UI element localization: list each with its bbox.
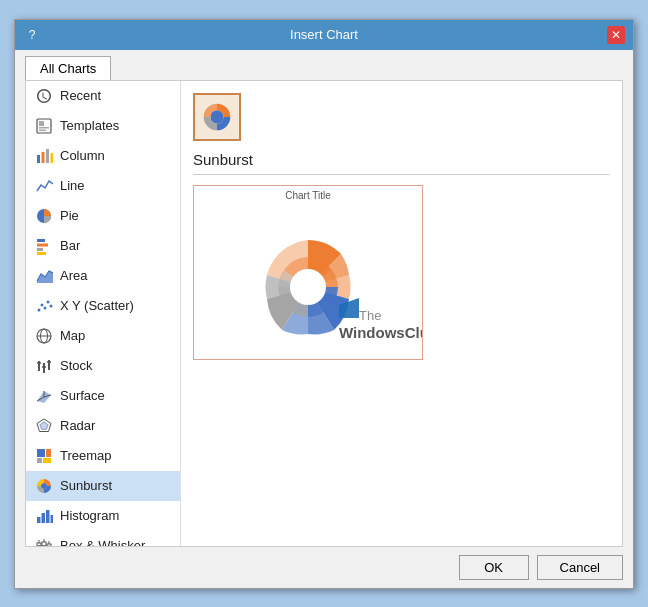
svg-point-17: [47, 300, 50, 303]
list-item-pie[interactable]: Pie: [26, 201, 180, 231]
histogram-label: Histogram: [60, 508, 119, 523]
cancel-button[interactable]: Cancel: [537, 555, 623, 580]
svg-rect-1: [39, 121, 44, 126]
svg-point-36: [41, 483, 47, 489]
svg-rect-10: [37, 243, 48, 246]
svg-rect-3: [39, 129, 46, 131]
treemap-label: Treemap: [60, 448, 112, 463]
pie-icon: [34, 206, 54, 226]
list-item-area[interactable]: Area: [26, 261, 180, 291]
svg-rect-39: [37, 517, 41, 523]
recent-label: Recent: [60, 88, 101, 103]
svg-rect-41: [46, 510, 50, 523]
treemap-icon: [34, 446, 54, 466]
list-item-sunburst[interactable]: Sunburst: [26, 471, 180, 501]
svg-rect-50: [47, 544, 51, 546]
surface-label: Surface: [60, 388, 105, 403]
chart-type-list: Recent Templates: [26, 81, 181, 546]
help-button[interactable]: ?: [23, 26, 41, 44]
svg-rect-5: [42, 152, 45, 163]
scatter-icon: [34, 296, 54, 316]
titlebar-left: ?: [23, 26, 41, 44]
sunburst-icon: [34, 476, 54, 496]
svg-point-66: [290, 269, 326, 305]
dialog-title: Insert Chart: [41, 27, 607, 42]
stock-label: Stock: [60, 358, 93, 373]
chart-thumb-row: [193, 93, 610, 141]
radar-icon: [34, 416, 54, 436]
area-label: Area: [60, 268, 87, 283]
svg-point-15: [41, 303, 44, 306]
svg-text:The: The: [359, 308, 381, 323]
sunburst-preview-svg: The WindowsClub: [194, 201, 422, 360]
bar-icon: [34, 236, 54, 256]
list-item-treemap[interactable]: Treemap: [26, 441, 180, 471]
svg-point-65: [210, 110, 223, 123]
svg-rect-42: [51, 515, 54, 523]
right-panel: Sunburst Chart Title: [181, 81, 622, 546]
chart-preview-title: Chart Title: [194, 190, 422, 201]
list-item-map[interactable]: Map: [26, 321, 180, 351]
svg-rect-4: [37, 155, 40, 163]
line-icon: [34, 176, 54, 196]
svg-rect-6: [46, 149, 49, 163]
column-icon: [34, 146, 54, 166]
ok-button[interactable]: OK: [459, 555, 529, 580]
radar-label: Radar: [60, 418, 95, 433]
insert-chart-dialog: ? Insert Chart ✕ All Charts Recent: [14, 19, 634, 589]
map-label: Map: [60, 328, 85, 343]
chart-preview: Chart Title: [193, 185, 423, 360]
list-item-bar[interactable]: Bar: [26, 231, 180, 261]
svg-rect-33: [46, 449, 51, 457]
svg-marker-31: [39, 421, 49, 430]
list-item-templates[interactable]: Templates: [26, 111, 180, 141]
line-label: Line: [60, 178, 85, 193]
svg-rect-9: [37, 239, 45, 242]
svg-rect-2: [39, 127, 49, 129]
tab-bar: All Charts: [15, 50, 633, 80]
map-icon: [34, 326, 54, 346]
surface-icon: [34, 386, 54, 406]
list-item-line[interactable]: Line: [26, 171, 180, 201]
recent-icon: [34, 86, 54, 106]
column-label: Column: [60, 148, 105, 163]
svg-rect-35: [43, 458, 51, 463]
list-item-surface[interactable]: Surface: [26, 381, 180, 411]
svg-rect-7: [51, 153, 54, 163]
svg-text:WindowsClub: WindowsClub: [339, 324, 422, 341]
svg-rect-32: [37, 449, 45, 457]
footer: OK Cancel: [15, 547, 633, 588]
svg-rect-11: [37, 248, 43, 251]
list-item-stock[interactable]: Stock: [26, 351, 180, 381]
svg-rect-40: [42, 513, 46, 523]
list-item-radar[interactable]: Radar: [26, 411, 180, 441]
svg-rect-34: [37, 458, 42, 463]
sunburst-thumb[interactable]: [193, 93, 241, 141]
box-whisker-label: Box & Whisker: [60, 538, 145, 546]
pie-label: Pie: [60, 208, 79, 223]
list-item-box-whisker[interactable]: Box & Whisker: [26, 531, 180, 546]
svg-point-14: [38, 308, 41, 311]
close-button[interactable]: ✕: [607, 26, 625, 44]
templates-icon: [34, 116, 54, 136]
sunburst-label: Sunburst: [60, 478, 112, 493]
content-area: Recent Templates: [25, 80, 623, 547]
titlebar-right: ✕: [607, 26, 625, 44]
box-whisker-icon: [34, 536, 54, 546]
tab-all-charts[interactable]: All Charts: [25, 56, 111, 80]
area-icon: [34, 266, 54, 286]
xy-scatter-label: X Y (Scatter): [60, 298, 134, 313]
list-item-histogram[interactable]: Histogram: [26, 501, 180, 531]
svg-point-16: [44, 306, 47, 309]
list-item-xy-scatter[interactable]: X Y (Scatter): [26, 291, 180, 321]
svg-rect-12: [37, 252, 46, 255]
bar-label: Bar: [60, 238, 80, 253]
list-item-column[interactable]: Column: [26, 141, 180, 171]
svg-point-18: [50, 304, 53, 307]
templates-label: Templates: [60, 118, 119, 133]
histogram-icon: [34, 506, 54, 526]
stock-icon: [34, 356, 54, 376]
chart-name: Sunburst: [193, 151, 610, 175]
list-item-recent[interactable]: Recent: [26, 81, 180, 111]
titlebar: ? Insert Chart ✕: [15, 20, 633, 50]
